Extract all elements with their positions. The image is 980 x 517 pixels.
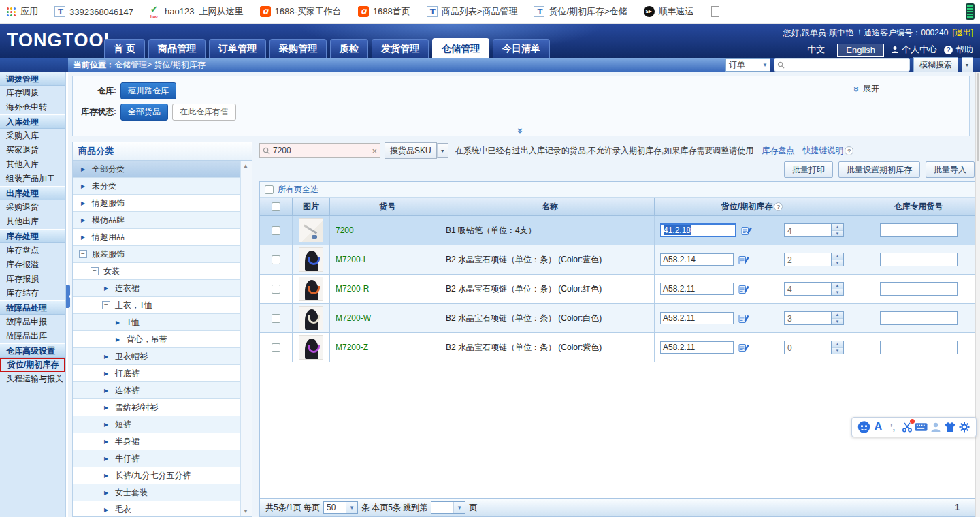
category-tree-item[interactable]: 服装服饰 [73, 246, 240, 263]
ime-account-icon[interactable] [929, 420, 942, 435]
jump-page-select[interactable]: ▼ [431, 501, 466, 514]
category-scrollbar[interactable]: ▲ ▼ [240, 161, 252, 516]
status-onsale-button[interactable]: 在此仓库有售 [172, 104, 236, 121]
batch-print-button[interactable]: 批量打印 [784, 161, 833, 178]
tree-toggle-icon[interactable] [102, 420, 110, 428]
location-input[interactable]: 41.2.18 [660, 223, 736, 237]
tree-toggle-icon[interactable] [114, 335, 122, 343]
sidebar-item[interactable]: 其他出库 [0, 215, 65, 229]
tree-toggle-icon[interactable] [102, 403, 110, 411]
sidebar-item[interactable]: 头程运输与报关 [0, 372, 65, 386]
location-input[interactable]: A58.2.11 [660, 341, 734, 354]
sidebar-item[interactable]: 故障品处理 [0, 300, 65, 315]
bookmark-item[interactable]: 顺丰速运 [644, 5, 694, 18]
sidebar-item[interactable]: 库存调拨 [0, 86, 65, 100]
header-checkbox[interactable] [272, 202, 280, 211]
stepper-up-icon[interactable]: ▲ [832, 341, 843, 348]
sidebar-item[interactable]: 库存处理 [0, 229, 65, 243]
logout-link[interactable]: [退出] [952, 28, 973, 37]
search-sku-button[interactable]: 搜货品SKU [385, 142, 437, 159]
edit-icon[interactable] [738, 254, 749, 265]
category-tree-item[interactable]: 连体裤 [73, 382, 240, 399]
warehouse-sku-input[interactable] [880, 311, 958, 325]
batch-import-button[interactable]: 批量导入 [926, 161, 975, 178]
sidebar-item[interactable]: 库存报损 [0, 272, 65, 286]
category-tree-item[interactable]: 情趣服饰 [73, 195, 240, 212]
row-checkbox[interactable] [272, 314, 280, 323]
sidebar-item[interactable]: 其他入库 [0, 157, 65, 172]
product-image[interactable] [299, 306, 323, 330]
sidebar-item[interactable]: 货位/期初库存 [0, 358, 65, 372]
edit-icon[interactable] [738, 342, 749, 353]
category-tree-item[interactable]: 短裤 [73, 416, 240, 433]
quantity-stepper[interactable]: 2 ▲ ▼ [784, 253, 844, 266]
row-checkbox[interactable] [272, 285, 280, 294]
warehouse-sku-input[interactable] [880, 341, 958, 354]
sidebar-item[interactable]: 故障品出库 [0, 329, 65, 343]
category-tree-item[interactable]: 长裤/九分七分五分裤 [73, 467, 240, 484]
stepper-down-icon[interactable]: ▼ [832, 348, 843, 354]
category-tree-item[interactable]: 全部分类 [73, 161, 240, 178]
tree-toggle-icon[interactable] [102, 505, 110, 514]
tree-toggle-icon[interactable] [79, 250, 87, 258]
nav-tab[interactable]: 订单管理 [209, 39, 266, 58]
bookmark-item[interactable]: 3392368046147 [54, 6, 133, 17]
ime-settings-gear-icon[interactable] [958, 420, 970, 435]
lang-zh-button[interactable]: 中文 [802, 43, 830, 57]
sidebar-collapse-handle[interactable] [66, 285, 70, 308]
filter-collapse-chevron[interactable]: » [73, 125, 969, 134]
bookmark-item[interactable]: hao123_上网从这里 [150, 5, 244, 18]
tree-toggle-icon[interactable] [79, 216, 87, 224]
warehouse-sku-input[interactable] [880, 223, 958, 237]
ime-skin-icon[interactable] [943, 420, 956, 435]
quantity-stepper[interactable]: 3 ▲ ▼ [784, 311, 844, 325]
category-tree-item[interactable]: 打底裤 [73, 365, 240, 382]
screenshot-scissors-icon[interactable] [900, 420, 913, 435]
edit-icon[interactable] [738, 283, 749, 294]
location-input[interactable]: A58.2.11 [660, 283, 734, 295]
category-tree-item[interactable]: 女士套装 [73, 484, 240, 501]
bookmark-item[interactable] [710, 6, 725, 17]
tree-toggle-icon[interactable] [102, 301, 110, 309]
nav-tab[interactable]: 发货管理 [372, 39, 429, 58]
stepper-up-icon[interactable]: ▲ [832, 283, 843, 289]
ime-language-mode-icon[interactable]: A [872, 420, 885, 435]
category-tree-item[interactable]: 卫衣帽衫 [73, 348, 240, 365]
sidebar-item[interactable]: 采购入库 [0, 129, 65, 143]
product-image[interactable] [299, 335, 323, 360]
category-tree-item[interactable]: 上衣，T恤 [73, 297, 240, 314]
category-tree-item[interactable]: 模仿品牌 [73, 212, 240, 229]
stepper-up-icon[interactable]: ▲ [832, 253, 843, 260]
ime-punctuation-icon[interactable]: ’, [886, 420, 899, 435]
batch-set-initial-stock-button[interactable]: 批量设置期初库存 [838, 161, 920, 178]
location-input[interactable]: A58.2.11 [660, 312, 734, 324]
stepper-up-icon[interactable]: ▲ [832, 312, 843, 319]
bookmark-item[interactable]: 商品列表>商品管理 [427, 5, 518, 18]
tree-toggle-icon[interactable] [102, 369, 110, 377]
tree-toggle-icon[interactable] [102, 488, 110, 497]
product-image[interactable] [299, 277, 323, 301]
nav-tab[interactable]: 采购管理 [270, 39, 327, 58]
tree-toggle-icon[interactable] [79, 233, 87, 241]
product-image[interactable] [299, 218, 323, 242]
tree-toggle-icon[interactable] [102, 471, 110, 480]
sidebar-item[interactable]: 库存结存 [0, 286, 65, 300]
category-tree-item[interactable]: 雪纺衫/衬衫 [73, 399, 240, 416]
sidebar-item[interactable]: 组装产品加工 [0, 172, 65, 186]
fuzzy-search-button[interactable]: 模糊搜索 [913, 57, 958, 72]
category-tree-item[interactable]: 背心，吊带 [73, 331, 240, 348]
quantity-stepper[interactable]: 4 ▲ ▼ [784, 223, 844, 237]
category-tree-item[interactable]: 未分类 [73, 178, 240, 195]
bookmark-item[interactable]: 1688首页 [358, 5, 410, 18]
tree-toggle-icon[interactable] [102, 284, 110, 292]
nav-tab[interactable]: 商品管理 [148, 39, 206, 58]
warehouse-sku-input[interactable] [880, 253, 958, 266]
edit-icon[interactable] [738, 313, 749, 324]
tree-toggle-icon[interactable] [102, 437, 110, 445]
stepper-down-icon[interactable]: ▼ [832, 231, 843, 237]
nav-tab[interactable]: 仓储管理 [432, 38, 489, 58]
warehouse-sku-input[interactable] [880, 282, 958, 296]
expand-toggle[interactable]: » 展开 [854, 83, 879, 95]
lang-en-button[interactable]: English [837, 44, 884, 57]
bookmark-item[interactable]: 1688-买家工作台 [260, 5, 342, 18]
